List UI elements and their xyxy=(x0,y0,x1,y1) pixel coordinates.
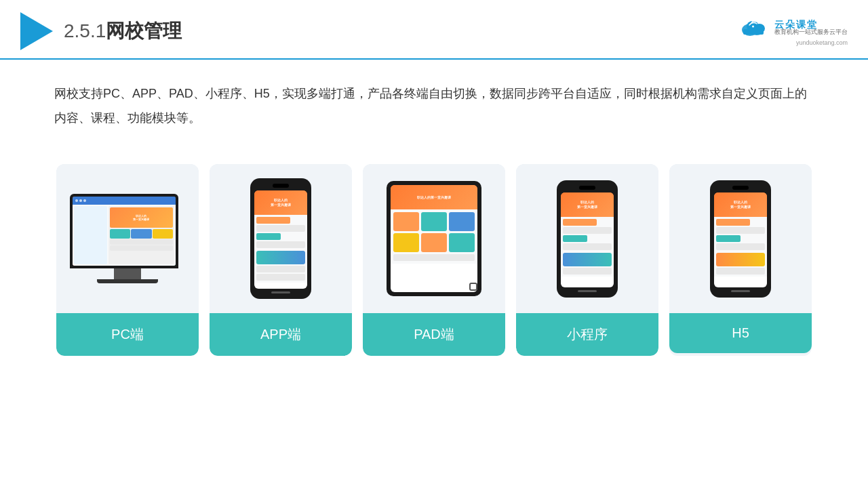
card-app: 职达人的第一堂兴趣课 xyxy=(210,164,352,356)
page-title: 2.5.1网校管理 xyxy=(64,18,182,44)
pc-dot-3 xyxy=(83,199,86,202)
svg-rect-4 xyxy=(743,29,764,35)
phone-text-app: 职达人的第一堂兴趣课 xyxy=(271,198,291,207)
phone-cta-mini xyxy=(563,253,612,266)
card-miniapp: 职达人的第一堂兴趣课 小程序 xyxy=(516,164,658,356)
pc-screen-content: 职达人的第一堂兴趣课 xyxy=(73,205,176,266)
phone-row-orange-app xyxy=(256,217,290,224)
app-phone-illustration: 职达人的第一堂兴趣课 xyxy=(250,178,311,299)
pc-monitor: 职达人的第一堂兴趣课 xyxy=(70,194,178,268)
phone-row-3-h5 xyxy=(716,268,765,274)
phone-notch-miniapp xyxy=(579,186,595,190)
card-pc: 职达人的第一堂兴趣课 xyxy=(56,164,199,356)
phone-cta-app xyxy=(256,251,305,264)
pc-stand xyxy=(114,268,141,279)
pc-banner-text: 职达人的第一堂兴趣课 xyxy=(133,214,149,221)
pc-dot-1 xyxy=(75,199,78,202)
phone-cta-h5 xyxy=(716,253,765,266)
pc-row-1 xyxy=(110,239,173,245)
phone-row-4-app xyxy=(256,274,305,281)
pc-base xyxy=(97,279,158,283)
phone-body-miniapp xyxy=(561,217,614,277)
pc-icon-1 xyxy=(110,229,130,239)
app-label: APP端 xyxy=(210,313,352,356)
phone-header-h5: 职达人的第一堂兴趣课 xyxy=(714,192,767,217)
phone-notch-app xyxy=(273,184,289,188)
description-paragraph: 网校支持PC、APP、PAD、小程序、H5，实现多端打通，产品各终端自由切换，数… xyxy=(54,81,814,130)
app-image-area: 职达人的第一堂兴趣课 xyxy=(210,164,352,313)
phone-outer-app: 职达人的第一堂兴趣课 xyxy=(250,178,311,299)
phone-row-teal-mini xyxy=(563,235,587,242)
pad-header-text: 职达人的第一堂兴趣课 xyxy=(417,195,451,200)
phone-screen-h5: 职达人的第一堂兴趣课 xyxy=(714,192,767,287)
phone-outer-miniapp: 职达人的第一堂兴趣课 xyxy=(557,180,618,298)
pc-device-illustration: 职达人的第一堂兴趣课 xyxy=(70,194,185,283)
phone-screen-miniapp: 职达人的第一堂兴趣课 xyxy=(561,192,614,287)
brand-name: 云朵课堂 xyxy=(774,20,848,29)
device-cards-section: 职达人的第一堂兴趣课 xyxy=(0,144,868,369)
title-text: 网校管理 xyxy=(106,20,182,41)
pad-header: 职达人的第一堂兴趣课 xyxy=(391,185,477,209)
pc-banner: 职达人的第一堂兴趣课 xyxy=(110,207,173,228)
brand-url: yunduoketang.com xyxy=(796,39,848,46)
phone-header-app: 职达人的第一堂兴趣课 xyxy=(254,190,307,215)
phone-home-bar-mini xyxy=(578,290,597,292)
pc-sidebar-sim xyxy=(74,206,107,264)
miniapp-image-area: 职达人的第一堂兴趣课 xyxy=(516,164,658,313)
pad-item-4 xyxy=(393,233,419,252)
brand-logo: 云朵课堂 教育机构一站式服务云平台 yunduoketang.com xyxy=(736,16,848,46)
h5-label: H5 xyxy=(669,313,812,353)
phone-row-orange-h5 xyxy=(716,219,750,226)
brand-text-group: 云朵课堂 教育机构一站式服务云平台 xyxy=(774,20,848,35)
pad-home-button xyxy=(469,283,477,291)
pad-item-3 xyxy=(449,212,475,231)
phone-row-2-mini xyxy=(563,243,612,250)
pad-device-illustration: 职达人的第一堂兴趣课 xyxy=(387,181,481,296)
phone-row-3-app xyxy=(256,266,305,272)
phone-text-h5: 职达人的第一堂兴趣课 xyxy=(730,200,751,209)
phone-notch-h5 xyxy=(732,186,749,190)
phone-home-bar-app xyxy=(271,291,290,293)
section-number: 2.5.1 xyxy=(64,20,106,41)
pc-icon-3 xyxy=(153,229,173,239)
miniapp-phone-illustration: 职达人的第一堂兴趣课 xyxy=(557,180,618,298)
logo-top-row: 云朵课堂 教育机构一站式服务云平台 xyxy=(736,16,848,38)
h5-image-area: 职达人的第一堂兴趣课 xyxy=(669,164,812,313)
pad-label: PAD端 xyxy=(363,313,505,356)
pc-icon-2 xyxy=(131,229,151,239)
miniapp-label: 小程序 xyxy=(516,313,658,356)
phone-row-orange-mini xyxy=(563,219,597,226)
phone-row-2-h5 xyxy=(716,243,765,250)
pc-screen: 职达人的第一堂兴趣课 xyxy=(73,197,176,266)
phone-outer-h5: 职达人的第一堂兴趣课 xyxy=(710,180,771,298)
phone-row-1-app xyxy=(256,225,305,232)
pad-row-full xyxy=(393,254,475,261)
brand-triangle-icon xyxy=(20,12,53,50)
svg-point-5 xyxy=(752,26,754,28)
pad-screen: 职达人的第一堂兴趣课 xyxy=(391,185,477,292)
page-header: 2.5.1网校管理 云朵课堂 教育机构一站式服务云平台 yunduoketang… xyxy=(0,0,868,60)
pad-image-area: 职达人的第一堂兴趣课 xyxy=(363,164,505,313)
phone-row-1-h5 xyxy=(716,227,765,234)
brand-tagline: 教育机构一站式服务云平台 xyxy=(774,29,848,35)
header-left: 2.5.1网校管理 xyxy=(20,12,182,50)
phone-row-teal-app xyxy=(256,233,281,240)
pc-image-area: 职达人的第一堂兴趣课 xyxy=(56,164,199,313)
description-text: 网校支持PC、APP、PAD、小程序、H5，实现多端打通，产品各终端自由切换，数… xyxy=(0,60,868,144)
phone-row-2-app xyxy=(256,241,305,248)
phone-row-teal-h5 xyxy=(716,235,741,242)
h5-phone-illustration: 职达人的第一堂兴趣课 xyxy=(710,180,771,298)
phone-header-miniapp: 职达人的第一堂兴趣课 xyxy=(561,192,614,217)
pad-item-5 xyxy=(421,233,447,252)
cloud-icon xyxy=(736,16,770,38)
pad-item-1 xyxy=(393,212,419,231)
phone-screen-app: 职达人的第一堂兴趣课 xyxy=(254,190,307,289)
pc-row-2 xyxy=(110,245,173,251)
pc-dot-2 xyxy=(79,199,82,202)
phone-row-1-mini xyxy=(563,227,612,234)
phone-row-3-mini xyxy=(563,268,612,274)
card-pad: 职达人的第一堂兴趣课 xyxy=(363,164,505,356)
pc-screen-bar xyxy=(73,197,176,205)
pc-main-sim: 职达人的第一堂兴趣课 xyxy=(108,206,174,264)
pad-outer: 职达人的第一堂兴趣课 xyxy=(387,181,481,296)
